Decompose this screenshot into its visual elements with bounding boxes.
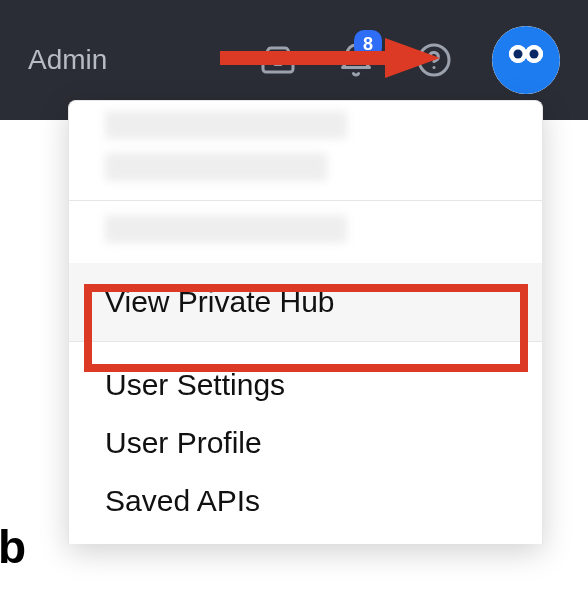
notification-badge: 8 <box>354 30 382 58</box>
svg-point-2 <box>492 26 560 94</box>
admin-link[interactable]: Admin <box>28 44 107 76</box>
svg-point-10 <box>530 50 539 59</box>
inbox-icon[interactable] <box>258 40 298 80</box>
redacted-text <box>105 215 347 243</box>
page-heading-partial: ub <box>0 520 26 574</box>
menu-item-view-private-hub[interactable]: View Private Hub <box>69 263 542 341</box>
redacted-text <box>105 111 347 139</box>
menu-item-saved-apis[interactable]: Saved APIs <box>69 472 542 530</box>
menu-item-user-profile[interactable]: User Profile <box>69 414 542 472</box>
dropdown-section-1 <box>69 101 542 201</box>
dropdown-section-3: User Settings User Profile Saved APIs <box>69 342 542 544</box>
redacted-text <box>105 153 327 181</box>
menu-item-user-settings[interactable]: User Settings <box>69 356 542 414</box>
help-icon[interactable] <box>414 40 454 80</box>
notifications-icon[interactable]: 8 <box>336 40 376 80</box>
user-dropdown: View Private Hub User Settings User Prof… <box>68 100 543 544</box>
svg-point-9 <box>514 50 523 59</box>
avatar[interactable] <box>492 26 560 94</box>
dropdown-section-2: View Private Hub <box>69 201 542 342</box>
